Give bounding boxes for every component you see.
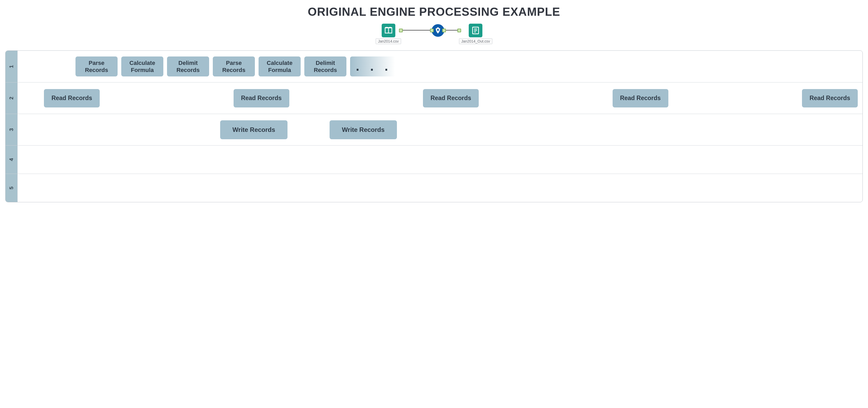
connector-line: [401, 30, 432, 31]
task-parse-records: Parse Records: [213, 57, 255, 76]
lane-number: 3: [5, 114, 18, 145]
connector-line: [444, 30, 460, 31]
lane-number: 1: [5, 51, 18, 82]
workflow-input-node: Jan2014.csv: [376, 24, 401, 44]
input-file-icon: [382, 24, 395, 37]
lane-5: 5: [5, 174, 863, 202]
task-delimit-records: Delimit Records: [304, 57, 346, 76]
input-file-label: Jan2014.csv: [376, 38, 401, 44]
task-parse-records: Parse Records: [75, 57, 118, 76]
task-read-records: Read Records: [423, 89, 479, 107]
task-read-records: Read Records: [802, 89, 858, 107]
task-calculate-formula: Calculate Formula: [258, 57, 301, 76]
lane-number: 5: [5, 174, 18, 202]
task-write-records: Write Records: [220, 120, 287, 139]
lane-1: 1 Parse Records Calculate Formula Delimi…: [5, 51, 863, 82]
svg-point-0: [437, 29, 439, 31]
lane-number: 2: [5, 82, 18, 114]
workflow-tool-node: [432, 24, 444, 44]
task-delimit-records: Delimit Records: [167, 57, 209, 76]
task-write-records: Write Records: [330, 120, 397, 139]
task-ellipsis: . . .: [350, 57, 397, 76]
task-read-records: Read Records: [44, 89, 100, 107]
task-read-records: Read Records: [234, 89, 289, 107]
processing-timeline: 1 Parse Records Calculate Formula Delimi…: [5, 50, 863, 202]
workflow-output-node: Jan2014_Out.csv: [459, 24, 492, 44]
task-calculate-formula: Calculate Formula: [121, 57, 163, 76]
output-file-icon: [469, 24, 483, 37]
page-title: ORIGINAL ENGINE PROCESSING EXAMPLE: [5, 5, 863, 19]
lane-number: 4: [5, 145, 18, 174]
task-read-records: Read Records: [613, 89, 669, 107]
lane-2: 2 Read Records Read Records Read Records…: [5, 82, 863, 114]
lane-4: 4: [5, 145, 863, 174]
output-file-label: Jan2014_Out.csv: [459, 38, 492, 44]
workflow-diagram: Jan2014.csv Jan2014_Out.csv: [5, 24, 863, 44]
lane-3: 3 Write Records Write Records: [5, 114, 863, 145]
